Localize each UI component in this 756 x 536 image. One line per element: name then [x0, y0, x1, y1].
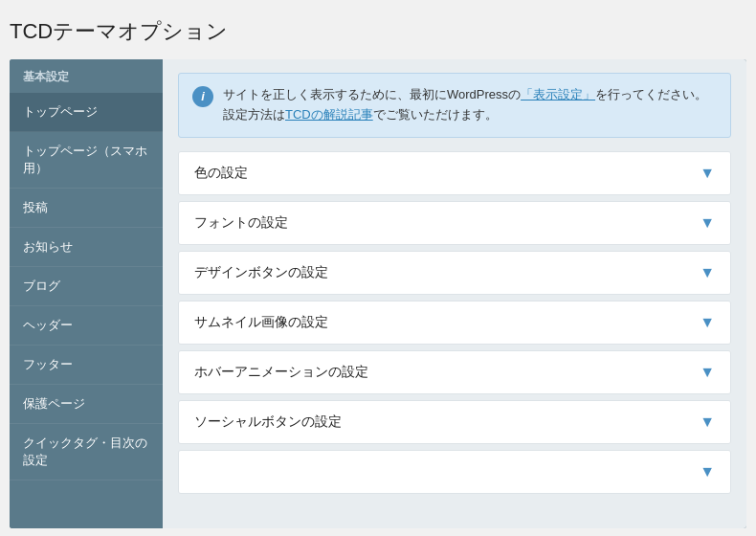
accordion-design-button-settings-header[interactable]: デザインボタンの設定 ▼: [179, 252, 730, 294]
accordion-thumbnail-settings: サムネイル画像の設定 ▼: [178, 301, 731, 345]
info-icon-label: i: [201, 87, 205, 107]
page-title: TCDテーマオプション: [0, 0, 756, 59]
accordion-social-button-settings: ソーシャルボタンの設定 ▼: [178, 400, 731, 444]
sidebar-section-label: 基本設定: [10, 59, 163, 93]
sidebar: 基本設定 トップページ トップページ（スマホ用） 投稿 お知らせ ブログ ヘッダ…: [10, 59, 163, 528]
accordion-hover-animation-settings: ホバーアニメーションの設定 ▼: [178, 350, 731, 394]
tcd-explanation-link[interactable]: TCDの解説記事: [285, 107, 373, 122]
sidebar-item-protected-page[interactable]: 保護ページ: [10, 385, 163, 424]
info-text-part1: サイトを正しく表示するために、最初にWordPressの: [223, 87, 521, 101]
accordion-more-settings-header[interactable]: ▼: [179, 451, 730, 493]
accordion-font-settings-header[interactable]: フォントの設定 ▼: [179, 202, 730, 244]
sidebar-item-footer[interactable]: フッター: [10, 346, 163, 385]
accordion-color-settings-header[interactable]: 色の設定 ▼: [179, 152, 730, 194]
main-container: 基本設定 トップページ トップページ（スマホ用） 投稿 お知らせ ブログ ヘッダ…: [10, 59, 746, 528]
sidebar-item-top-page[interactable]: トップページ: [10, 93, 163, 132]
sidebar-item-header[interactable]: ヘッダー: [10, 306, 163, 346]
accordion-font-settings-label: フォントの設定: [194, 214, 288, 232]
accordion-design-button-settings: デザインボタンの設定 ▼: [178, 251, 731, 295]
accordion-thumbnail-settings-label: サムネイル画像の設定: [194, 314, 328, 331]
chevron-down-icon: ▼: [700, 264, 715, 281]
accordion-social-button-settings-header[interactable]: ソーシャルボタンの設定 ▼: [179, 401, 730, 443]
sidebar-item-news[interactable]: お知らせ: [10, 228, 163, 267]
accordion-social-button-settings-label: ソーシャルボタンの設定: [194, 413, 342, 431]
info-icon: i: [192, 86, 213, 107]
info-text: サイトを正しく表示するために、最初にWordPressの「表示設定」を行ってくだ…: [223, 85, 717, 125]
chevron-down-icon: ▼: [700, 463, 715, 480]
accordion-design-button-settings-label: デザインボタンの設定: [194, 264, 328, 281]
accordion-thumbnail-settings-header[interactable]: サムネイル画像の設定 ▼: [179, 302, 730, 344]
sidebar-item-quick-tag[interactable]: クイックタグ・目次の設定: [10, 424, 163, 480]
chevron-down-icon: ▼: [700, 165, 715, 182]
info-box: i サイトを正しく表示するために、最初にWordPressの「表示設定」を行って…: [178, 73, 731, 138]
chevron-down-icon: ▼: [700, 314, 715, 331]
accordion-hover-animation-settings-label: ホバーアニメーションの設定: [194, 364, 368, 381]
sidebar-item-top-page-sp[interactable]: トップページ（スマホ用）: [10, 132, 163, 189]
chevron-down-icon: ▼: [700, 214, 715, 232]
content-area: i サイトを正しく表示するために、最初にWordPressの「表示設定」を行って…: [163, 59, 746, 528]
sidebar-item-post[interactable]: 投稿: [10, 189, 163, 228]
accordion-more-settings: ▼: [178, 450, 731, 494]
accordion-font-settings: フォントの設定 ▼: [178, 201, 731, 245]
sidebar-item-blog[interactable]: ブログ: [10, 267, 163, 306]
chevron-down-icon: ▼: [700, 364, 715, 381]
accordion-color-settings-label: 色の設定: [194, 165, 248, 182]
chevron-down-icon: ▼: [700, 413, 715, 431]
accordion-hover-animation-settings-header[interactable]: ホバーアニメーションの設定 ▼: [179, 351, 730, 393]
display-settings-link[interactable]: 「表示設定」: [521, 87, 595, 101]
accordion-color-settings: 色の設定 ▼: [178, 151, 731, 195]
